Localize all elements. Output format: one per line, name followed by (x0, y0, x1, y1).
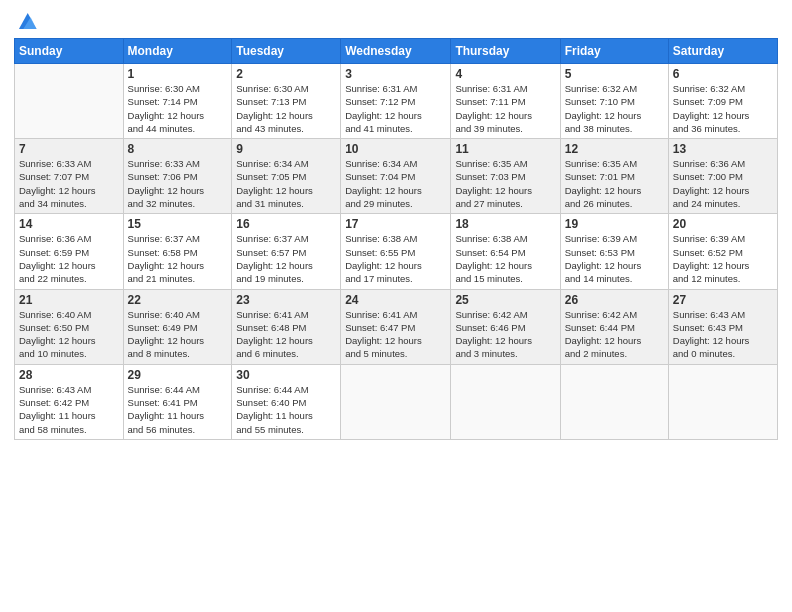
calendar-week-row: 14Sunrise: 6:36 AM Sunset: 6:59 PM Dayli… (15, 214, 778, 289)
day-info: Sunrise: 6:34 AM Sunset: 7:04 PM Dayligh… (345, 157, 446, 210)
day-number: 20 (673, 217, 773, 231)
calendar-cell (668, 364, 777, 439)
calendar-cell: 8Sunrise: 6:33 AM Sunset: 7:06 PM Daylig… (123, 139, 232, 214)
calendar-cell: 12Sunrise: 6:35 AM Sunset: 7:01 PM Dayli… (560, 139, 668, 214)
day-number: 9 (236, 142, 336, 156)
calendar-cell: 29Sunrise: 6:44 AM Sunset: 6:41 PM Dayli… (123, 364, 232, 439)
day-info: Sunrise: 6:30 AM Sunset: 7:13 PM Dayligh… (236, 82, 336, 135)
calendar-cell: 15Sunrise: 6:37 AM Sunset: 6:58 PM Dayli… (123, 214, 232, 289)
day-info: Sunrise: 6:44 AM Sunset: 6:41 PM Dayligh… (128, 383, 228, 436)
calendar-cell: 21Sunrise: 6:40 AM Sunset: 6:50 PM Dayli… (15, 289, 124, 364)
day-info: Sunrise: 6:37 AM Sunset: 6:57 PM Dayligh… (236, 232, 336, 285)
page: SundayMondayTuesdayWednesdayThursdayFrid… (0, 0, 792, 612)
day-info: Sunrise: 6:35 AM Sunset: 7:01 PM Dayligh… (565, 157, 664, 210)
calendar-cell: 3Sunrise: 6:31 AM Sunset: 7:12 PM Daylig… (341, 64, 451, 139)
calendar-cell: 11Sunrise: 6:35 AM Sunset: 7:03 PM Dayli… (451, 139, 560, 214)
day-number: 18 (455, 217, 555, 231)
day-number: 27 (673, 293, 773, 307)
calendar-cell: 26Sunrise: 6:42 AM Sunset: 6:44 PM Dayli… (560, 289, 668, 364)
calendar-cell: 18Sunrise: 6:38 AM Sunset: 6:54 PM Dayli… (451, 214, 560, 289)
calendar-week-row: 7Sunrise: 6:33 AM Sunset: 7:07 PM Daylig… (15, 139, 778, 214)
day-info: Sunrise: 6:32 AM Sunset: 7:10 PM Dayligh… (565, 82, 664, 135)
day-info: Sunrise: 6:31 AM Sunset: 7:12 PM Dayligh… (345, 82, 446, 135)
calendar-cell: 6Sunrise: 6:32 AM Sunset: 7:09 PM Daylig… (668, 64, 777, 139)
weekday-header-friday: Friday (560, 39, 668, 64)
calendar-cell: 4Sunrise: 6:31 AM Sunset: 7:11 PM Daylig… (451, 64, 560, 139)
day-number: 1 (128, 67, 228, 81)
day-number: 6 (673, 67, 773, 81)
day-number: 24 (345, 293, 446, 307)
day-number: 22 (128, 293, 228, 307)
day-info: Sunrise: 6:33 AM Sunset: 7:07 PM Dayligh… (19, 157, 119, 210)
calendar-cell: 30Sunrise: 6:44 AM Sunset: 6:40 PM Dayli… (232, 364, 341, 439)
day-info: Sunrise: 6:39 AM Sunset: 6:52 PM Dayligh… (673, 232, 773, 285)
calendar-week-row: 28Sunrise: 6:43 AM Sunset: 6:42 PM Dayli… (15, 364, 778, 439)
day-number: 21 (19, 293, 119, 307)
day-number: 29 (128, 368, 228, 382)
weekday-header-row: SundayMondayTuesdayWednesdayThursdayFrid… (15, 39, 778, 64)
calendar-cell: 28Sunrise: 6:43 AM Sunset: 6:42 PM Dayli… (15, 364, 124, 439)
calendar-cell: 17Sunrise: 6:38 AM Sunset: 6:55 PM Dayli… (341, 214, 451, 289)
day-info: Sunrise: 6:42 AM Sunset: 6:44 PM Dayligh… (565, 308, 664, 361)
day-info: Sunrise: 6:31 AM Sunset: 7:11 PM Dayligh… (455, 82, 555, 135)
day-number: 14 (19, 217, 119, 231)
calendar-week-row: 1Sunrise: 6:30 AM Sunset: 7:14 PM Daylig… (15, 64, 778, 139)
weekday-header-wednesday: Wednesday (341, 39, 451, 64)
day-number: 23 (236, 293, 336, 307)
day-info: Sunrise: 6:41 AM Sunset: 6:48 PM Dayligh… (236, 308, 336, 361)
calendar-cell (341, 364, 451, 439)
calendar-cell: 7Sunrise: 6:33 AM Sunset: 7:07 PM Daylig… (15, 139, 124, 214)
day-info: Sunrise: 6:37 AM Sunset: 6:58 PM Dayligh… (128, 232, 228, 285)
day-number: 25 (455, 293, 555, 307)
weekday-header-sunday: Sunday (15, 39, 124, 64)
day-info: Sunrise: 6:40 AM Sunset: 6:50 PM Dayligh… (19, 308, 119, 361)
calendar-cell (560, 364, 668, 439)
day-info: Sunrise: 6:38 AM Sunset: 6:55 PM Dayligh… (345, 232, 446, 285)
day-number: 4 (455, 67, 555, 81)
day-number: 7 (19, 142, 119, 156)
day-number: 26 (565, 293, 664, 307)
day-info: Sunrise: 6:38 AM Sunset: 6:54 PM Dayligh… (455, 232, 555, 285)
day-info: Sunrise: 6:36 AM Sunset: 6:59 PM Dayligh… (19, 232, 119, 285)
day-number: 10 (345, 142, 446, 156)
calendar-cell: 16Sunrise: 6:37 AM Sunset: 6:57 PM Dayli… (232, 214, 341, 289)
calendar-cell: 20Sunrise: 6:39 AM Sunset: 6:52 PM Dayli… (668, 214, 777, 289)
logo (14, 14, 38, 32)
day-info: Sunrise: 6:43 AM Sunset: 6:42 PM Dayligh… (19, 383, 119, 436)
calendar-cell: 19Sunrise: 6:39 AM Sunset: 6:53 PM Dayli… (560, 214, 668, 289)
calendar-cell: 2Sunrise: 6:30 AM Sunset: 7:13 PM Daylig… (232, 64, 341, 139)
day-info: Sunrise: 6:33 AM Sunset: 7:06 PM Dayligh… (128, 157, 228, 210)
calendar-week-row: 21Sunrise: 6:40 AM Sunset: 6:50 PM Dayli… (15, 289, 778, 364)
day-number: 12 (565, 142, 664, 156)
calendar-cell (451, 364, 560, 439)
calendar-cell: 1Sunrise: 6:30 AM Sunset: 7:14 PM Daylig… (123, 64, 232, 139)
day-info: Sunrise: 6:41 AM Sunset: 6:47 PM Dayligh… (345, 308, 446, 361)
day-number: 2 (236, 67, 336, 81)
day-info: Sunrise: 6:35 AM Sunset: 7:03 PM Dayligh… (455, 157, 555, 210)
day-info: Sunrise: 6:30 AM Sunset: 7:14 PM Dayligh… (128, 82, 228, 135)
calendar-cell: 25Sunrise: 6:42 AM Sunset: 6:46 PM Dayli… (451, 289, 560, 364)
weekday-header-thursday: Thursday (451, 39, 560, 64)
day-info: Sunrise: 6:40 AM Sunset: 6:49 PM Dayligh… (128, 308, 228, 361)
calendar-cell: 24Sunrise: 6:41 AM Sunset: 6:47 PM Dayli… (341, 289, 451, 364)
day-number: 5 (565, 67, 664, 81)
day-number: 11 (455, 142, 555, 156)
logo-icon (16, 10, 38, 32)
day-number: 19 (565, 217, 664, 231)
calendar-cell (15, 64, 124, 139)
header (14, 10, 778, 32)
day-number: 3 (345, 67, 446, 81)
day-number: 28 (19, 368, 119, 382)
day-number: 15 (128, 217, 228, 231)
calendar-cell: 5Sunrise: 6:32 AM Sunset: 7:10 PM Daylig… (560, 64, 668, 139)
weekday-header-tuesday: Tuesday (232, 39, 341, 64)
day-info: Sunrise: 6:44 AM Sunset: 6:40 PM Dayligh… (236, 383, 336, 436)
calendar-cell: 10Sunrise: 6:34 AM Sunset: 7:04 PM Dayli… (341, 139, 451, 214)
day-number: 16 (236, 217, 336, 231)
calendar-cell: 27Sunrise: 6:43 AM Sunset: 6:43 PM Dayli… (668, 289, 777, 364)
calendar-cell: 9Sunrise: 6:34 AM Sunset: 7:05 PM Daylig… (232, 139, 341, 214)
day-info: Sunrise: 6:42 AM Sunset: 6:46 PM Dayligh… (455, 308, 555, 361)
calendar-cell: 22Sunrise: 6:40 AM Sunset: 6:49 PM Dayli… (123, 289, 232, 364)
day-info: Sunrise: 6:43 AM Sunset: 6:43 PM Dayligh… (673, 308, 773, 361)
calendar-cell: 14Sunrise: 6:36 AM Sunset: 6:59 PM Dayli… (15, 214, 124, 289)
